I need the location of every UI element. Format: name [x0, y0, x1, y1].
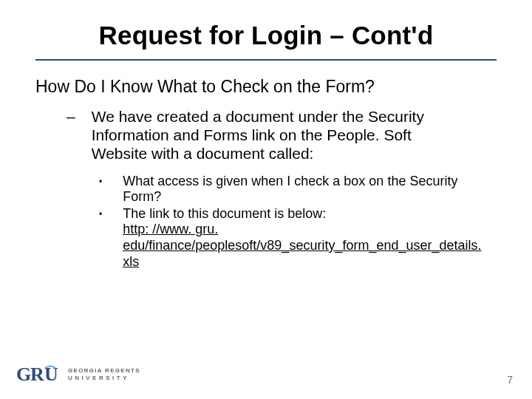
list-item: • The link to this document is below: ht… [99, 206, 497, 270]
bullet-intro: The link to this document is below: [123, 206, 326, 221]
dash-bullet: – [66, 107, 75, 163]
bullet-dot: • [99, 174, 102, 205]
slide: Request for Login – Cont'd How Do I Know… [0, 0, 532, 399]
svg-text:G: G [16, 364, 31, 385]
bullet-text-0: What access is given when I check a box … [123, 174, 497, 205]
logo-text: GEORGIA REGENTS UNIVERSITY [68, 366, 140, 381]
logo-line2: UNIVERSITY [68, 375, 140, 381]
bullet-text-1: The link to this document is below: http… [123, 206, 497, 270]
bullet-list: • What access is given when I check a bo… [66, 174, 497, 270]
body-block: – We have created a document under the S… [35, 107, 497, 270]
slide-subheading: How Do I Know What to Check on the Form? [35, 77, 497, 97]
logo-mark-icon: G R U [16, 362, 62, 386]
list-item: • What access is given when I check a bo… [99, 174, 497, 205]
dash-item: – We have created a document under the S… [66, 107, 497, 163]
bullet-dot: • [99, 206, 102, 270]
svg-text:R: R [30, 364, 44, 385]
document-link[interactable]: http: //www. gru. edu/finance/peoplesoft… [123, 222, 481, 268]
slide-title: Request for Login – Cont'd [35, 21, 497, 61]
logo: G R U GEORGIA REGENTS UNIVERSITY [16, 362, 140, 386]
logo-line1: GEORGIA REGENTS [68, 368, 140, 374]
dash-text: We have created a document under the Sec… [92, 107, 497, 163]
page-number: 7 [507, 374, 516, 386]
footer: G R U GEORGIA REGENTS UNIVERSITY 7 [0, 362, 532, 386]
